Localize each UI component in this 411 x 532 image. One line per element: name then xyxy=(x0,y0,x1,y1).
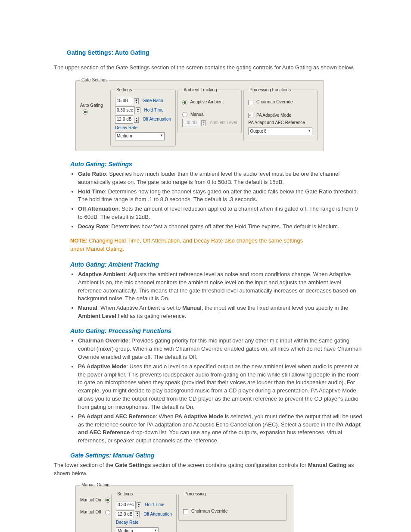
term-adaptive-ambient: Adaptive Ambient xyxy=(78,271,125,277)
adaptive-ambient-label: Adaptive Ambient xyxy=(190,100,224,104)
settings-bullets: Gate Ratio: Specifies how much louder th… xyxy=(70,170,364,231)
processing-functions-heading: Auto Gating: Processing Functions xyxy=(70,327,364,335)
section-title: Gating Settings: Auto Gating xyxy=(67,48,364,57)
manual-ambient-radio[interactable] xyxy=(182,112,187,117)
term-gate-ratio: Gate Ratio xyxy=(78,171,106,177)
manual-gating-intro: The lower section of the Gate Settings s… xyxy=(54,461,364,478)
manual-off-radio[interactable] xyxy=(105,510,110,515)
spinner-icon: ▲▼ xyxy=(201,120,206,126)
spinner-icon[interactable]: ▲▼ xyxy=(137,502,141,508)
note-text: : Changing Hold Time, Off Attenuation, a… xyxy=(70,237,303,252)
manual-gating-legend: Manual Gating xyxy=(80,482,111,488)
chairman-override-checkbox[interactable] xyxy=(248,100,253,105)
ambient-tracking-legend: Ambient Tracking xyxy=(182,87,218,93)
off-atten-input[interactable]: 12.0 dB xyxy=(115,115,133,124)
text: : When Adaptive Ambient is set to xyxy=(97,305,182,311)
ambient-level-input: -30 dB xyxy=(182,119,200,127)
spinner-icon[interactable]: ▲▼ xyxy=(135,511,140,517)
chairman-override-label: Chairman Override xyxy=(256,100,293,104)
term-chairman-override: Chairman Override xyxy=(78,337,128,344)
text: field as its gating reference. xyxy=(116,313,187,319)
text: section of the screen contains gating co… xyxy=(151,462,308,468)
text: The lower section of the xyxy=(54,462,115,468)
pa-ref-select[interactable]: Output 8 xyxy=(248,128,312,136)
ambient-tracking-heading: Auto Gating: Ambient Tracking xyxy=(70,260,364,269)
text-bold: PA Adaptive Mode xyxy=(175,413,223,420)
term-manual: Manual xyxy=(78,305,97,311)
auto-gating-label: Auto Gating xyxy=(80,103,103,108)
text: : Sets the amount of level reduction app… xyxy=(78,205,358,220)
text: : When xyxy=(156,413,175,420)
manual-on-label: Manual On xyxy=(80,498,101,502)
pa-ref-label: PA Adapt and AEC Reference xyxy=(248,120,313,126)
text-bold: Manual xyxy=(182,305,202,311)
note-block: NOTE: Changing Hold Time, Off Attenuatio… xyxy=(70,237,311,253)
manual-gating-screenshot: Manual Gating Manual On Manual Off Setti… xyxy=(75,482,364,532)
hold-time-label: Hold Time xyxy=(144,108,164,112)
manual-decay-label: Decay Rate xyxy=(116,520,172,526)
ambient-bullets: Adaptive Ambient: Adjusts the ambient re… xyxy=(70,271,364,320)
manual-hold-time-label: Hold Time xyxy=(145,502,165,507)
text: : Uses the audio level on a specified ou… xyxy=(78,363,360,410)
spinner-icon[interactable]: ▲▼ xyxy=(134,98,139,104)
manual-off-label: Manual Off xyxy=(80,510,101,514)
text-bold: Gate Settings xyxy=(115,462,151,468)
text-bold: Ambient Level xyxy=(78,313,116,319)
text: : Specifies how much louder than the amb… xyxy=(78,171,339,185)
manual-chairman-label: Chairman Override xyxy=(191,509,227,513)
text: : Determines how long the channel stays … xyxy=(78,188,358,203)
spinner-icon[interactable]: ▲▼ xyxy=(134,117,139,123)
off-atten-label: Off Attenuation xyxy=(143,117,171,121)
note-label: NOTE xyxy=(70,237,86,244)
manual-processing-legend: Processing xyxy=(183,491,207,498)
adaptive-ambient-radio[interactable] xyxy=(182,100,187,105)
gate-ratio-input[interactable]: 15 dB xyxy=(115,97,133,105)
manual-off-atten-label: Off Attenuation xyxy=(143,512,172,516)
processing-functions-legend: Processing Functions xyxy=(248,87,292,93)
term-decay-rate: Decay Rate xyxy=(78,223,108,230)
pa-adaptive-checkbox[interactable] xyxy=(248,113,253,118)
manual-on-radio[interactable] xyxy=(105,498,110,503)
manual-settings-legend: Settings xyxy=(116,491,134,498)
decay-rate-select[interactable]: Medium xyxy=(115,132,165,140)
gate-settings-legend: Gate Settings xyxy=(80,77,109,84)
ambient-level-label: Ambient Level xyxy=(210,120,237,125)
term-pa-adapt-aec-ref: PA Adapt and AEC Reference xyxy=(78,413,156,420)
gate-ratio-label: Gate Ratio xyxy=(143,98,163,103)
text-bold: Manual Gating xyxy=(308,462,347,468)
term-pa-adaptive-mode: PA Adaptive Mode xyxy=(78,363,126,370)
manual-off-atten-input[interactable]: 12.0 dB xyxy=(116,510,134,519)
manual-decay-select[interactable]: Medium xyxy=(116,527,159,532)
auto-gating-radio[interactable] xyxy=(83,109,88,115)
hold-time-input[interactable]: 0.30 sec xyxy=(115,106,135,115)
decay-rate-label: Decay Rate xyxy=(115,125,171,131)
auto-gating-settings-heading: Auto Gating: Settings xyxy=(70,160,364,168)
spinner-icon[interactable]: ▲▼ xyxy=(136,107,140,113)
pa-adaptive-label: PA Adaptive Mode xyxy=(256,113,291,118)
manual-gating-heading: Gate Settings: Manual Gating xyxy=(70,451,364,460)
text: , the input will use the fixed ambient l… xyxy=(202,305,348,311)
manual-chairman-checkbox[interactable] xyxy=(183,509,188,514)
manual-hold-time-input[interactable]: 0.30 sec xyxy=(116,501,136,509)
term-off-attenuation: Off Attenuation xyxy=(78,205,118,212)
text: : Determines how fast a channel gates of… xyxy=(108,223,339,230)
auto-gating-screenshot: Gate Settings Auto Gating Settings 15 dB… xyxy=(75,77,364,151)
intro-paragraph: The upper section of the Gate Settings s… xyxy=(54,64,364,72)
term-hold-time: Hold Time xyxy=(78,188,105,195)
settings-legend: Settings xyxy=(115,87,133,93)
manual-ambient-label: Manual xyxy=(190,112,205,117)
processing-bullets: Chairman Override: Provides gating prior… xyxy=(70,337,364,445)
